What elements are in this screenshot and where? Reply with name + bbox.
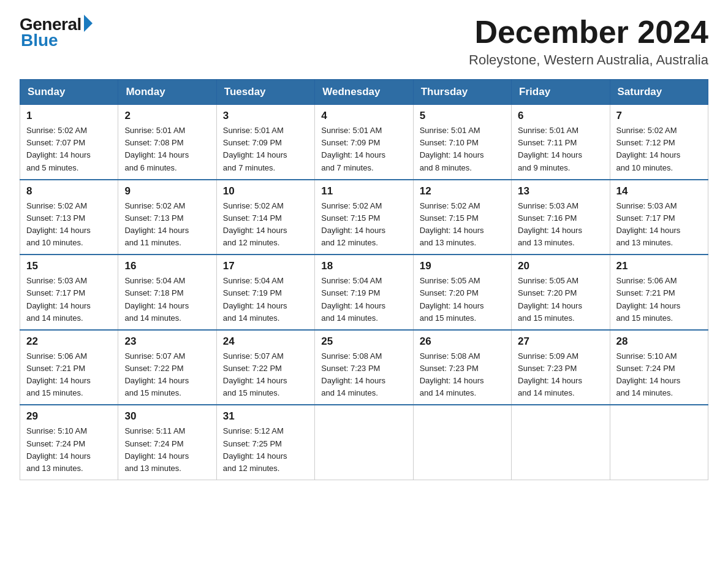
day-info: Sunrise: 5:02 AM Sunset: 7:15 PM Dayligh…: [420, 200, 505, 250]
day-info: Sunrise: 5:11 AM Sunset: 7:24 PM Dayligh…: [124, 425, 210, 475]
day-info: Sunrise: 5:01 AM Sunset: 7:11 PM Dayligh…: [518, 124, 603, 174]
day-info: Sunrise: 5:05 AM Sunset: 7:20 PM Dayligh…: [518, 275, 603, 324]
calendar-cell: [413, 405, 511, 480]
day-number: 12: [420, 185, 505, 197]
calendar-cell: 27Sunrise: 5:09 AM Sunset: 7:23 PM Dayli…: [512, 330, 610, 405]
day-number: 31: [223, 410, 308, 423]
day-number: 11: [321, 185, 406, 197]
day-number: 27: [518, 335, 603, 348]
day-info: Sunrise: 5:04 AM Sunset: 7:19 PM Dayligh…: [321, 275, 406, 324]
weekday-header-monday: Monday: [118, 80, 216, 105]
month-title: December 2024: [469, 15, 708, 50]
day-info: Sunrise: 5:05 AM Sunset: 7:20 PM Dayligh…: [420, 275, 505, 324]
day-info: Sunrise: 5:06 AM Sunset: 7:21 PM Dayligh…: [26, 350, 112, 400]
calendar-cell: 25Sunrise: 5:08 AM Sunset: 7:23 PM Dayli…: [315, 330, 413, 405]
day-info: Sunrise: 5:02 AM Sunset: 7:14 PM Dayligh…: [223, 200, 308, 250]
weekday-header-tuesday: Tuesday: [216, 80, 314, 105]
calendar-cell: 10Sunrise: 5:02 AM Sunset: 7:14 PM Dayli…: [216, 180, 314, 255]
day-info: Sunrise: 5:08 AM Sunset: 7:23 PM Dayligh…: [420, 350, 505, 400]
day-info: Sunrise: 5:08 AM Sunset: 7:23 PM Dayligh…: [321, 350, 406, 400]
day-number: 26: [420, 335, 505, 348]
day-number: 1: [26, 110, 112, 122]
day-number: 23: [124, 335, 210, 348]
calendar-cell: 22Sunrise: 5:06 AM Sunset: 7:21 PM Dayli…: [20, 330, 118, 405]
day-info: Sunrise: 5:03 AM Sunset: 7:16 PM Dayligh…: [518, 200, 603, 250]
calendar-cell: 26Sunrise: 5:08 AM Sunset: 7:23 PM Dayli…: [413, 330, 511, 405]
day-number: 6: [518, 110, 603, 122]
day-number: 17: [223, 260, 308, 272]
day-number: 3: [223, 110, 308, 122]
calendar-cell: 9Sunrise: 5:02 AM Sunset: 7:13 PM Daylig…: [118, 180, 216, 255]
day-info: Sunrise: 5:09 AM Sunset: 7:23 PM Dayligh…: [518, 350, 603, 400]
day-info: Sunrise: 5:12 AM Sunset: 7:25 PM Dayligh…: [223, 425, 308, 475]
weekday-header-friday: Friday: [512, 80, 610, 105]
day-number: 19: [420, 260, 505, 272]
calendar-cell: 18Sunrise: 5:04 AM Sunset: 7:19 PM Dayli…: [315, 255, 413, 330]
calendar-cell: 15Sunrise: 5:03 AM Sunset: 7:17 PM Dayli…: [20, 255, 118, 330]
day-number: 24: [223, 335, 308, 348]
day-info: Sunrise: 5:02 AM Sunset: 7:07 PM Dayligh…: [26, 124, 112, 174]
day-number: 29: [26, 410, 112, 423]
day-number: 14: [616, 185, 702, 197]
day-number: 15: [26, 260, 112, 272]
calendar-cell: 23Sunrise: 5:07 AM Sunset: 7:22 PM Dayli…: [118, 330, 216, 405]
day-info: Sunrise: 5:01 AM Sunset: 7:08 PM Dayligh…: [124, 124, 210, 174]
calendar-cell: 7Sunrise: 5:02 AM Sunset: 7:12 PM Daylig…: [610, 105, 708, 180]
day-info: Sunrise: 5:10 AM Sunset: 7:24 PM Dayligh…: [616, 350, 702, 400]
day-number: 16: [124, 260, 210, 272]
day-number: 22: [26, 335, 112, 348]
calendar-week-row: 15Sunrise: 5:03 AM Sunset: 7:17 PM Dayli…: [20, 255, 708, 330]
day-info: Sunrise: 5:07 AM Sunset: 7:22 PM Dayligh…: [124, 350, 210, 400]
calendar-cell: 28Sunrise: 5:10 AM Sunset: 7:24 PM Dayli…: [610, 330, 708, 405]
calendar-table: SundayMondayTuesdayWednesdayThursdayFrid…: [20, 79, 708, 480]
day-info: Sunrise: 5:04 AM Sunset: 7:18 PM Dayligh…: [124, 275, 210, 324]
day-info: Sunrise: 5:03 AM Sunset: 7:17 PM Dayligh…: [26, 275, 112, 324]
calendar-cell: 6Sunrise: 5:01 AM Sunset: 7:11 PM Daylig…: [512, 105, 610, 180]
logo: General Blue: [20, 15, 93, 50]
calendar-cell: 14Sunrise: 5:03 AM Sunset: 7:17 PM Dayli…: [610, 180, 708, 255]
day-number: 21: [616, 260, 702, 272]
day-info: Sunrise: 5:03 AM Sunset: 7:17 PM Dayligh…: [616, 200, 702, 250]
day-info: Sunrise: 5:06 AM Sunset: 7:21 PM Dayligh…: [616, 275, 702, 324]
calendar-week-row: 8Sunrise: 5:02 AM Sunset: 7:13 PM Daylig…: [20, 180, 708, 255]
calendar-week-row: 1Sunrise: 5:02 AM Sunset: 7:07 PM Daylig…: [20, 105, 708, 180]
day-number: 4: [321, 110, 406, 122]
day-info: Sunrise: 5:01 AM Sunset: 7:09 PM Dayligh…: [223, 124, 308, 174]
calendar-cell: 24Sunrise: 5:07 AM Sunset: 7:22 PM Dayli…: [216, 330, 314, 405]
day-number: 20: [518, 260, 603, 272]
calendar-cell: 13Sunrise: 5:03 AM Sunset: 7:16 PM Dayli…: [512, 180, 610, 255]
calendar-cell: 3Sunrise: 5:01 AM Sunset: 7:09 PM Daylig…: [216, 105, 314, 180]
calendar-cell: [512, 405, 610, 480]
calendar-cell: 17Sunrise: 5:04 AM Sunset: 7:19 PM Dayli…: [216, 255, 314, 330]
day-info: Sunrise: 5:01 AM Sunset: 7:09 PM Dayligh…: [321, 124, 406, 174]
day-number: 8: [26, 185, 112, 197]
day-info: Sunrise: 5:01 AM Sunset: 7:10 PM Dayligh…: [420, 124, 505, 174]
calendar-cell: 16Sunrise: 5:04 AM Sunset: 7:18 PM Dayli…: [118, 255, 216, 330]
calendar-header-row: SundayMondayTuesdayWednesdayThursdayFrid…: [20, 80, 708, 105]
calendar-week-row: 29Sunrise: 5:10 AM Sunset: 7:24 PM Dayli…: [20, 405, 708, 480]
weekday-header-thursday: Thursday: [413, 80, 511, 105]
day-info: Sunrise: 5:04 AM Sunset: 7:19 PM Dayligh…: [223, 275, 308, 324]
calendar-week-row: 22Sunrise: 5:06 AM Sunset: 7:21 PM Dayli…: [20, 330, 708, 405]
calendar-cell: 1Sunrise: 5:02 AM Sunset: 7:07 PM Daylig…: [20, 105, 118, 180]
day-info: Sunrise: 5:02 AM Sunset: 7:15 PM Dayligh…: [321, 200, 406, 250]
weekday-header-saturday: Saturday: [610, 80, 708, 105]
logo-blue-text: Blue: [21, 31, 58, 50]
calendar-cell: 11Sunrise: 5:02 AM Sunset: 7:15 PM Dayli…: [315, 180, 413, 255]
calendar-cell: [315, 405, 413, 480]
day-number: 7: [616, 110, 702, 122]
day-number: 25: [321, 335, 406, 348]
calendar-cell: 5Sunrise: 5:01 AM Sunset: 7:10 PM Daylig…: [413, 105, 511, 180]
weekday-header-sunday: Sunday: [20, 80, 118, 105]
day-number: 2: [124, 110, 210, 122]
page-header: General Blue December 2024 Roleystone, W…: [20, 15, 708, 68]
calendar-cell: 30Sunrise: 5:11 AM Sunset: 7:24 PM Dayli…: [118, 405, 216, 480]
day-number: 28: [616, 335, 702, 348]
calendar-cell: 21Sunrise: 5:06 AM Sunset: 7:21 PM Dayli…: [610, 255, 708, 330]
title-area: December 2024 Roleystone, Western Austra…: [469, 15, 708, 68]
day-number: 10: [223, 185, 308, 197]
day-number: 18: [321, 260, 406, 272]
day-number: 30: [124, 410, 210, 423]
day-number: 13: [518, 185, 603, 197]
calendar-cell: 8Sunrise: 5:02 AM Sunset: 7:13 PM Daylig…: [20, 180, 118, 255]
